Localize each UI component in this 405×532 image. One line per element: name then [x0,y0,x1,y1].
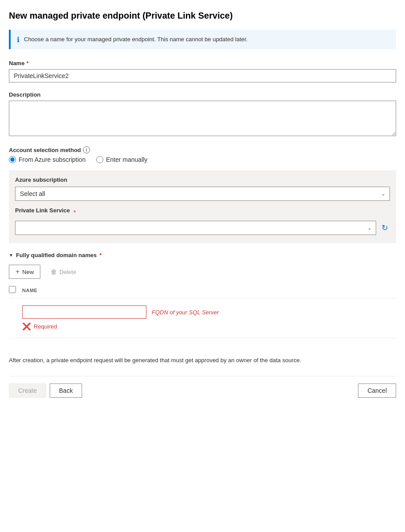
description-field-group: Description [9,91,396,137]
fqdn-input[interactable] [22,305,146,319]
cancel-button[interactable]: Cancel [358,383,396,398]
private-link-service-wrapper: ⌄ [15,221,376,235]
create-button[interactable]: Create [9,383,46,398]
private-link-service-required-star: * [74,209,76,216]
trash-icon: 🗑 [51,268,57,275]
private-link-service-label: Private Link Service [15,207,70,214]
radio-group: From Azure subscription Enter manually [9,156,396,163]
footer-buttons: Create Back Cancel [9,376,396,398]
radio-azure-input[interactable] [9,156,16,163]
name-input[interactable] [9,69,396,82]
delete-button-label: Delete [59,269,76,275]
fqdn-section: ▼ Fully qualified domain names * + New 🗑… [9,252,396,338]
new-button-label: New [22,269,34,275]
azure-subscription-label: Azure subscription [15,176,390,183]
private-link-service-group: Private Link Service * ⌄ ↻ [15,207,390,235]
azure-subscription-group: Azure subscription Select all ⌄ [15,176,390,201]
refresh-icon: ↻ [381,223,388,233]
header-checkbox-col [9,286,18,294]
radio-manual-input[interactable] [96,156,103,163]
info-banner-text: Choose a name for your managed private e… [24,35,248,44]
fqdn-section-header: ▼ Fully qualified domain names * [9,252,396,258]
private-link-service-select[interactable] [15,221,376,235]
radio-manual-label: Enter manually [106,156,147,163]
fqdn-error-message: Required [34,323,57,330]
azure-subscription-select[interactable]: Select all [15,187,390,201]
name-field-group: Name * [9,60,396,82]
info-banner: ℹ Choose a name for your managed private… [9,30,396,49]
refresh-button[interactable]: ↻ [380,221,390,235]
fqdn-input-wrapper: FQDN of your SQL Server ❌ Required [22,305,396,331]
radio-enter-manually[interactable]: Enter manually [96,156,147,163]
back-button[interactable]: Back [50,383,82,398]
column-name-header: NAME [22,288,37,293]
row-checkbox-col [9,305,18,308]
fqdn-section-label: Fully qualified domain names [16,252,97,258]
fqdn-table-row: FQDN of your SQL Server ❌ Required [9,302,396,334]
account-selection-info-icon[interactable]: i [83,146,90,153]
header-checkbox[interactable] [9,286,16,293]
radio-azure-subscription[interactable]: From Azure subscription [9,156,86,163]
private-link-service-row: ⌄ ↻ [15,221,390,235]
new-button[interactable]: + New [9,265,40,279]
fqdn-input-row: FQDN of your SQL Server [22,305,396,319]
name-required-star: * [26,60,28,66]
description-input[interactable] [9,101,396,136]
fqdn-required-star: * [99,252,102,258]
account-selection-group: Account selection method i From Azure su… [9,146,396,243]
fqdn-error-row: ❌ Required [22,322,396,331]
footer-note: After creation, a private endpoint reque… [9,356,396,365]
azure-subscription-wrapper: Select all ⌄ [15,187,390,201]
fqdn-hint-text: FQDN of your SQL Server [152,309,219,316]
footer-left-buttons: Create Back [9,383,82,398]
description-label: Description [9,91,396,98]
page-title: New managed private endpoint (Private Li… [9,11,396,21]
name-label: Name * [9,60,396,66]
row-separator [9,338,396,338]
fqdn-toolbar: + New 🗑 Delete [9,265,396,279]
info-icon: ℹ [17,35,20,44]
error-icon: ❌ [22,322,31,331]
subscription-section: Azure subscription Select all ⌄ Private … [9,170,396,243]
delete-button[interactable]: 🗑 Delete [44,265,83,278]
table-header-row: NAME [9,286,396,298]
account-selection-label: Account selection method i [9,146,396,153]
radio-azure-label: From Azure subscription [19,156,86,163]
collapse-triangle-icon: ▼ [9,253,13,258]
plus-icon: + [16,268,20,276]
